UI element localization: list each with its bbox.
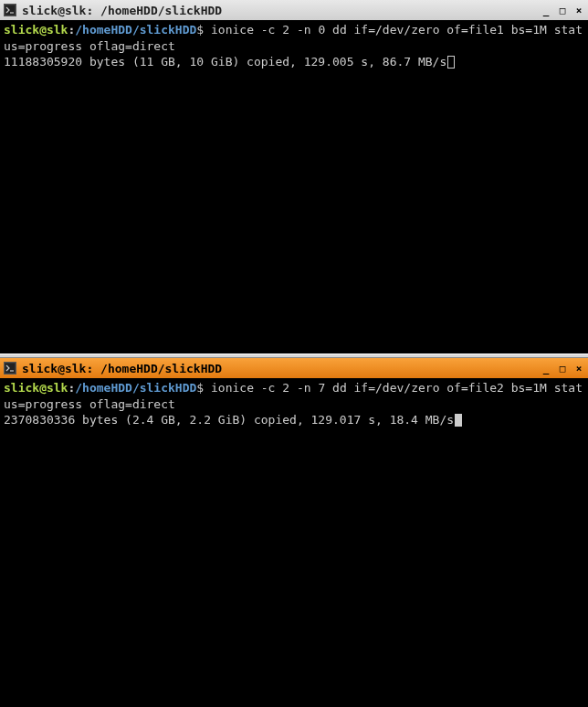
minimize-button[interactable]: _ [541,363,551,374]
window-controls: _ □ × [541,363,584,374]
prompt-user: slick@slk [4,381,68,395]
output-text: 11188305920 bytes (11 GB, 10 GiB) copied… [4,55,446,69]
prompt-path: /homeHDD/slickHDD [75,23,196,37]
window-controls: _ □ × [541,5,584,16]
prompt-path: /homeHDD/slickHDD [75,381,196,395]
maximize-button[interactable]: □ [557,5,568,16]
minimize-button[interactable]: _ [541,5,551,16]
window-title: slick@slk: /homeHDD/slickHDD [22,362,541,375]
cursor-icon [447,56,455,69]
cursor-icon [455,414,462,427]
terminal-window-2: slick@slk: /homeHDD/slickHDD _ □ × slick… [0,358,588,707]
maximize-button[interactable]: □ [557,363,568,374]
close-button[interactable]: × [573,363,584,374]
terminal-window-1: slick@slk: /homeHDD/slickHDD _ □ × slick… [0,0,588,354]
prompt-dollar: $ [196,381,204,395]
output-text: 2370830336 bytes (2.4 GB, 2.2 GiB) copie… [4,413,454,427]
window-title: slick@slk: /homeHDD/slickHDD [22,4,541,17]
prompt-dollar: $ [196,23,204,37]
terminal-icon [4,4,16,16]
terminal-body-2[interactable]: slick@slk:/homeHDD/slickHDD$ ionice -c 2… [0,378,588,707]
prompt-user: slick@slk [4,23,68,37]
close-button[interactable]: × [573,5,584,16]
terminal-body-1[interactable]: slick@slk:/homeHDD/slickHDD$ ionice -c 2… [0,20,588,354]
titlebar-1[interactable]: slick@slk: /homeHDD/slickHDD _ □ × [0,0,588,20]
titlebar-2[interactable]: slick@slk: /homeHDD/slickHDD _ □ × [0,358,588,378]
terminal-icon [4,362,16,375]
